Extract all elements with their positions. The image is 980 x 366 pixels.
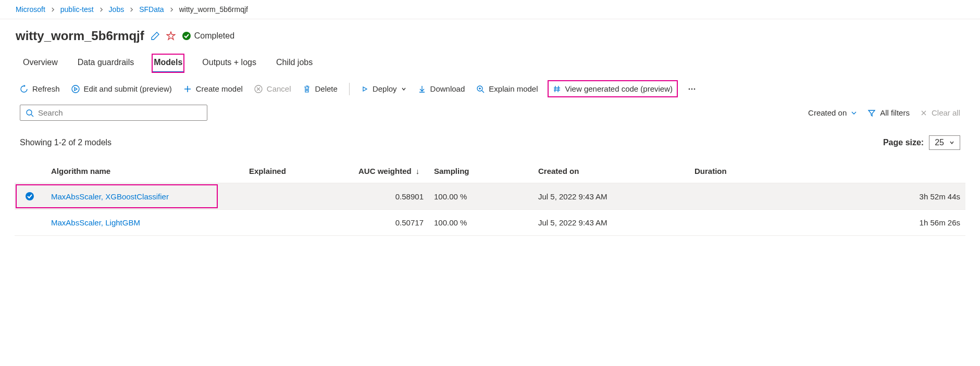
tab-overview[interactable]: Overview [21, 54, 60, 73]
meta-bar: Showing 1-2 of 2 models Page size: 25 [0, 126, 980, 153]
algorithm-link[interactable]: MaxAbsScaler, XGBoostClassifier [51, 192, 169, 201]
table-header-select [15, 159, 46, 183]
page-title: witty_worm_5b6rmqjf [16, 29, 144, 43]
tab-models[interactable]: Models [152, 54, 184, 73]
search-icon [26, 109, 34, 117]
search-plus-icon [476, 85, 485, 93]
table-header-sampling[interactable]: Sampling [429, 159, 533, 183]
created-on-cell: Jul 5, 2022 9:43 AM [533, 210, 689, 236]
page-size-label: Page size: [883, 138, 924, 147]
tab-outputs-logs[interactable]: Outputs + logs [200, 54, 258, 73]
table-row[interactable]: MaxAbsScaler, LightGBM 0.50717 100.00 % … [15, 210, 965, 236]
showing-text: Showing 1-2 of 2 models [20, 138, 111, 147]
check-circle-icon [182, 31, 191, 41]
delete-button[interactable]: Delete [303, 84, 338, 93]
chevron-right-icon [169, 7, 174, 12]
page-size: Page size: 25 [883, 135, 960, 150]
svg-point-5 [691, 88, 693, 90]
chevron-down-icon [851, 110, 857, 116]
breadcrumb-link[interactable]: public-test [60, 5, 94, 14]
plus-icon [183, 85, 192, 93]
view-code-button[interactable]: View generated code (preview) [550, 82, 676, 95]
check-circle-icon [25, 192, 34, 201]
models-table: Algorithm name Explained AUC weighted ↓ … [15, 159, 965, 236]
table-header-created-on[interactable]: Created on [533, 159, 689, 183]
chevron-right-icon [99, 7, 104, 12]
page-header: witty_worm_5b6rmqjf Completed [0, 19, 980, 47]
breadcrumb: Microsoft public-test Jobs SFData witty_… [0, 0, 980, 19]
table-row[interactable]: MaxAbsScaler, XGBoostClassifier 0.58901 … [15, 183, 965, 210]
chevron-down-icon [949, 140, 954, 145]
edit-submit-button[interactable]: Edit and submit (preview) [71, 84, 172, 93]
tabs: Overview Data guardrails Models Outputs … [0, 47, 980, 73]
chevron-down-icon [401, 86, 406, 92]
more-button[interactable] [687, 84, 697, 94]
deploy-button[interactable]: Deploy [361, 84, 406, 93]
tab-child-jobs[interactable]: Child jobs [274, 54, 315, 73]
breadcrumb-link[interactable]: Jobs [109, 5, 125, 14]
refresh-button[interactable]: Refresh [20, 84, 60, 93]
auc-cell: 0.50717 [353, 210, 429, 236]
breadcrumb-link[interactable]: SFData [139, 5, 164, 14]
delete-icon [303, 85, 311, 93]
created-on-filter[interactable]: Created on [808, 108, 857, 117]
filter-bar: Created on All filters Clear all [0, 105, 980, 126]
deploy-icon [361, 85, 368, 93]
clear-all-button[interactable]: Clear all [920, 108, 960, 117]
table-header-explained[interactable]: Explained [244, 159, 353, 183]
filter-icon [867, 109, 876, 117]
status-badge: Completed [182, 31, 234, 41]
row-select[interactable] [15, 183, 46, 210]
sort-down-icon: ↓ [416, 167, 420, 175]
explain-model-button[interactable]: Explain model [476, 84, 538, 93]
page-size-select[interactable]: 25 [929, 135, 960, 150]
table-header-duration[interactable]: Duration [689, 159, 965, 183]
svg-point-0 [182, 32, 191, 40]
breadcrumb-current: witty_worm_5b6rmqjf [179, 5, 248, 14]
more-icon [687, 84, 697, 94]
svg-point-1 [72, 85, 79, 93]
search-box[interactable] [20, 105, 207, 121]
duration-cell: 1h 56m 26s [689, 210, 965, 236]
explained-cell [244, 210, 353, 236]
hash-icon [553, 85, 561, 93]
status-label: Completed [194, 31, 234, 41]
svg-point-7 [27, 110, 32, 115]
breadcrumb-link[interactable]: Microsoft [16, 5, 45, 14]
all-filters-button[interactable]: All filters [867, 108, 910, 117]
play-circle-icon [71, 85, 80, 93]
download-icon [418, 85, 426, 93]
toolbar-divider [349, 83, 350, 95]
download-button[interactable]: Download [418, 84, 465, 93]
close-icon [920, 109, 927, 117]
table-header-auc[interactable]: AUC weighted ↓ [353, 159, 429, 183]
created-on-cell: Jul 5, 2022 9:43 AM [533, 183, 689, 210]
svg-point-6 [694, 88, 696, 90]
sampling-cell: 100.00 % [429, 210, 533, 236]
tab-data-guardrails[interactable]: Data guardrails [76, 54, 137, 73]
sampling-cell: 100.00 % [429, 183, 533, 210]
svg-point-4 [689, 88, 690, 90]
chevron-right-icon [129, 7, 134, 12]
refresh-icon [20, 85, 28, 93]
duration-cell: 3h 52m 44s [689, 183, 965, 210]
row-select[interactable] [15, 210, 46, 236]
explained-cell [244, 183, 353, 210]
favorite-icon[interactable] [166, 31, 176, 41]
algorithm-link[interactable]: MaxAbsScaler, LightGBM [51, 218, 140, 227]
edit-icon[interactable] [151, 31, 160, 41]
toolbar: Refresh Edit and submit (preview) Create… [0, 73, 980, 105]
table-header-algorithm[interactable]: Algorithm name [46, 159, 244, 183]
auc-cell: 0.58901 [353, 183, 429, 210]
svg-point-8 [26, 192, 34, 200]
chevron-right-icon [51, 7, 55, 12]
cancel-icon [254, 85, 263, 93]
create-model-button[interactable]: Create model [183, 84, 243, 93]
cancel-button: Cancel [254, 84, 291, 93]
search-input[interactable] [38, 108, 202, 117]
